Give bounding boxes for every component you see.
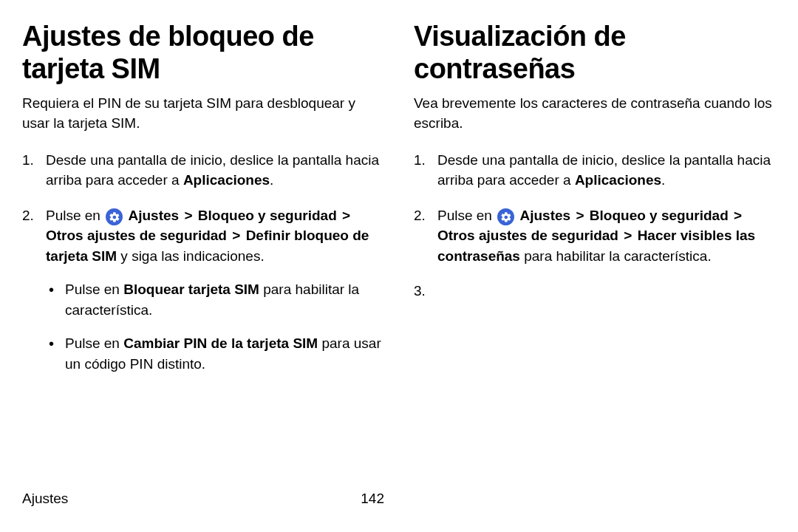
text: Pulse en (65, 282, 123, 297)
bold-cambiar: Cambiar PIN de la tarjeta SIM (123, 335, 318, 351)
bold-otros: Otros ajustes de seguridad (437, 228, 618, 243)
text: para habilitar la característica. (520, 248, 712, 264)
bold-bloqueo: Bloqueo y seguridad (198, 208, 337, 223)
bold-aplicaciones: Aplicaciones (575, 172, 661, 188)
chevron-icon: > (576, 208, 584, 223)
settings-icon (497, 208, 514, 225)
bold-bloqueo: Bloqueo y seguridad (590, 208, 729, 223)
text: . (661, 172, 665, 188)
text: Pulse en (65, 335, 123, 351)
footer-page-number: 142 (361, 491, 384, 507)
bold-otros: Otros ajustes de seguridad (46, 228, 227, 243)
chevron-icon: > (734, 208, 742, 223)
left-intro: Requiera el PIN de su tarjeta SIM para d… (22, 94, 384, 133)
chevron-icon: > (184, 208, 192, 223)
bold-bloquear: Bloquear tarjeta SIM (123, 282, 259, 297)
chevron-icon: > (624, 228, 632, 243)
text: y siga las indicaciones. (117, 248, 265, 264)
page-footer: Ajustes 142 (22, 491, 384, 507)
two-column-layout: Ajustes de bloqueo de tarjeta SIM Requie… (22, 21, 776, 389)
settings-icon (106, 208, 123, 225)
right-intro: Vea brevemente los caracteres de contras… (414, 94, 776, 133)
left-sub-1: Pulse en Bloquear tarjeta SIM para habil… (46, 279, 384, 320)
text: Pulse en (437, 208, 496, 223)
left-column: Ajustes de bloqueo de tarjeta SIM Requie… (22, 21, 384, 389)
bold-aplicaciones: Aplicaciones (183, 172, 270, 188)
left-substeps: Pulse en Bloquear tarjeta SIM para habil… (46, 279, 384, 374)
bold-ajustes: Ajustes (129, 208, 180, 223)
left-steps: Desde una pantalla de inicio, deslice la… (22, 150, 384, 375)
left-heading: Ajustes de bloqueo de tarjeta SIM (22, 21, 384, 85)
right-step-2: Pulse en Ajustes > Bloqueo y seguridad >… (414, 205, 776, 267)
right-heading: Visualización de contraseñas (414, 21, 776, 85)
left-step-1: Desde una pantalla de inicio, deslice la… (22, 150, 384, 191)
text: Pulse en (46, 208, 104, 223)
text: . (270, 172, 273, 188)
bold-ajustes: Ajustes (520, 208, 571, 223)
left-step-2: Pulse en Ajustes > Bloqueo y seguridad >… (22, 205, 384, 375)
right-steps: Desde una pantalla de inicio, deslice la… (414, 150, 776, 267)
chevron-icon: > (342, 208, 350, 223)
right-step-1: Desde una pantalla de inicio, deslice la… (414, 150, 776, 191)
footer-section: Ajustes (22, 491, 68, 507)
chevron-icon: > (232, 228, 240, 243)
left-sub-2: Pulse en Cambiar PIN de la tarjeta SIM p… (46, 333, 384, 374)
right-column: Visualización de contraseñas Vea breveme… (414, 21, 776, 389)
